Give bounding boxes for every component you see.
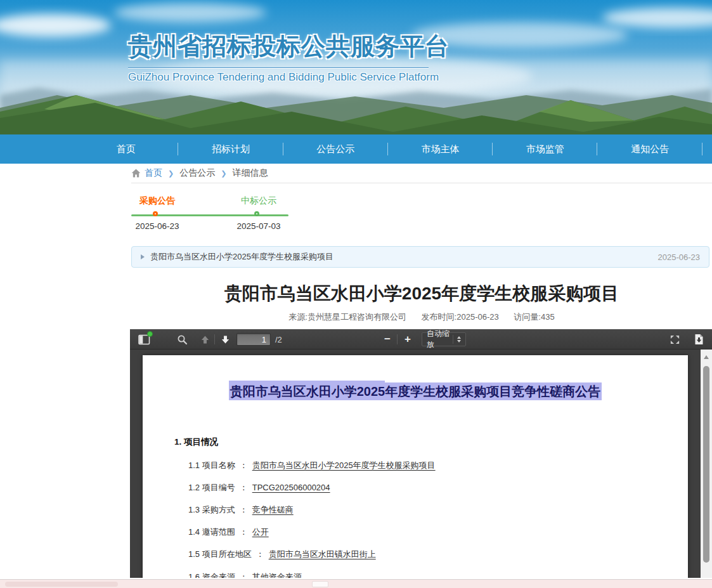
document-field-row: 1.3 采购方式：竞争性磋商 [188,504,294,516]
main-nav: 首页 招标计划 公告公示 市场主体 市场监管 通知公告 [0,134,712,164]
pdf-toolbar: /2 − + 自动缩放 [130,329,712,350]
zoom-out-button[interactable]: − [381,334,394,345]
page-up-icon[interactable] [198,334,211,345]
text-selection-highlight: 贵阳市乌当区水田小学2025 [229,381,385,400]
document-title: 贵阳市乌当区水田小学2025年度学生校服采购项目竞争性磋商公告 [143,383,688,400]
document-section-heading: 1. 项目情况 [174,436,218,448]
field-separator: ： [240,461,248,470]
nav-item-notices[interactable]: 通知公告 [597,134,702,164]
bullet-arrow-icon [141,254,145,259]
pdf-canvas-area: 贵阳市乌当区水田小学2025年度学生校服采购项目竞争性磋商公告 1. 项目情况 … [130,350,712,578]
select-caret-icon [453,335,461,344]
field-label: 1.2 项目编号 [188,483,235,492]
page-number-input[interactable] [236,333,271,346]
presentation-mode-icon[interactable] [668,334,682,345]
breadcrumb-current: 详细信息 [232,167,268,179]
breadcrumb-separator-icon: ❯ [221,169,226,178]
breadcrumb-separator-icon: ❯ [168,169,174,178]
notice-bar-title[interactable]: 贵阳市乌当区水田小学2025年度学生校服采购项目 [150,251,333,263]
field-label: 1.5 项目所在地区 [188,549,252,559]
site-title: 贵州省招标投标公共服务平台 [128,30,450,63]
nav-item-tender-plan[interactable]: 招标计划 [178,134,283,164]
nav-item-announcements[interactable]: 公告公示 [283,134,388,164]
breadcrumb: 首页 ❯ 公告公示 ❯ 详细信息 [131,164,712,183]
timeline-dot-active [153,211,158,216]
notification-dot [147,331,153,337]
timeline-stage-date: 2025-07-03 [236,221,280,231]
zoom-level-value: 自动缩放 [427,329,453,350]
page-count-label: /2 [275,335,282,344]
home-icon [131,169,141,178]
document-field-row: 1.1 项目名称：贵阳市乌当区水田小学2025年度学生校服采购项目 [188,460,436,471]
article-meta: 来源:贵州慧星工程咨询有限公司 发布时间:2025-06-23 访问量:435 [131,311,712,323]
zoom-in-button[interactable]: + [401,334,414,345]
nav-item-market-entities[interactable]: 市场主体 [388,134,493,164]
bottom-scrollbar-area [0,579,712,588]
notice-bar: 贵阳市乌当区水田小学2025年度学生校服采购项目 2025-06-23 [131,246,709,268]
field-label: 1.1 项目名称 [188,461,235,470]
document-field-row: 1.6 资金来源：其他资金来源 [188,572,302,578]
document-field-row: 1.2 项目编号：TPCG202506000204 [188,482,330,493]
pdf-scrollbar[interactable] [701,350,712,578]
field-separator: ： [240,483,248,492]
site-subtitle: GuiZhou Province Tendering and Bidding P… [128,71,450,84]
nav-item-home[interactable]: 首页 [74,134,178,164]
text-selection-highlight: 年度学生校服采购项目竞争性磋商公告 [385,382,602,400]
notice-bar-date: 2025-06-23 [658,252,701,262]
site-identity: 贵州省招标投标公共服务平台 GuiZhou Province Tendering… [128,30,450,84]
field-label: 1.3 采购方式 [188,505,235,514]
nav-item-market-supervision[interactable]: 市场监管 [493,134,597,164]
field-value: 贵阳市乌当区水田小学2025年度学生校服采购项目 [252,461,436,470]
article-source: 来源:贵州慧星工程咨询有限公司 [288,312,406,322]
field-label: 1.4 邀请范围 [188,527,235,537]
breadcrumb-home[interactable]: 首页 [145,167,162,179]
breadcrumb-announcements[interactable]: 公告公示 [179,167,215,179]
field-value: 其他资金来源 [252,572,302,578]
scroll-up-arrow-icon[interactable] [704,355,709,359]
site-title-rule [128,67,429,68]
article-views: 访问量:435 [514,312,554,322]
field-separator: ： [240,572,248,578]
field-separator: ： [256,549,264,559]
article-publish-time: 发布时间:2025-06-23 [422,312,499,322]
toolbar-separator [214,334,215,344]
timeline-dot [254,211,259,216]
sidebar-toggle-icon[interactable] [136,333,152,346]
pdf-page: 贵阳市乌当区水田小学2025年度学生校服采购项目竞争性磋商公告 1. 项目情况 … [143,355,688,578]
page-title: 贵阳市乌当区水田小学2025年度学生校服采购项目 [131,282,712,306]
field-value: 竞争性磋商 [252,505,294,514]
horizontal-scrollbar-thumb[interactable] [5,582,118,587]
scrollbar-thumb[interactable] [703,366,709,563]
page: 贵州省招标投标公共服务平台 GuiZhou Province Tendering… [0,0,712,588]
scrollbar-marker [312,581,328,587]
document-field-row: 1.4 邀请范围：公开 [188,526,269,538]
field-value: 贵阳市乌当区水田镇水田街上 [269,549,376,559]
zoom-level-select[interactable]: 自动缩放 [422,332,466,346]
timeline-stage-label: 中标公示 [241,195,276,207]
field-separator: ： [240,527,248,537]
page-down-icon[interactable] [219,334,231,345]
toolbar-separator [397,334,398,344]
timeline-stage-date: 2025-06-23 [135,221,179,231]
field-value: TPCG202506000204 [252,483,330,492]
download-icon[interactable] [692,333,706,346]
search-icon[interactable] [176,334,188,345]
timeline-stage-label: 采购公告 [139,195,175,207]
procurement-timeline: 采购公告 中标公示 2025-06-23 2025-07-03 [131,188,448,241]
header-banner: 贵州省招标投标公共服务平台 GuiZhou Province Tendering… [0,0,712,134]
document-field-row: 1.5 项目所在地区：贵阳市乌当区水田镇水田街上 [188,549,376,560]
field-value: 公开 [252,527,269,537]
pdf-viewer: /2 − + 自动缩放 [130,329,712,578]
field-label: 1.6 资金来源 [188,572,235,578]
field-separator: ： [240,505,248,514]
